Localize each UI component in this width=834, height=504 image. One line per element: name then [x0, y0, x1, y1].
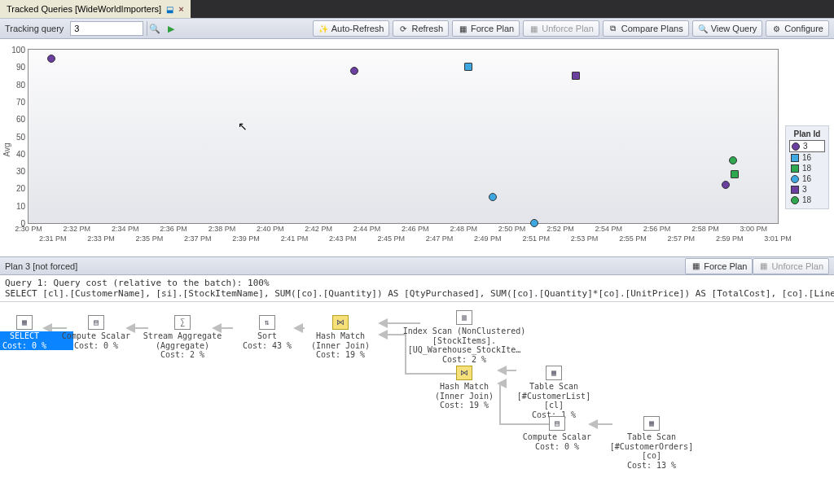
y-tick: 60 [7, 115, 29, 124]
hash-icon: ⋈ [456, 366, 472, 380]
legend-item[interactable]: 18 [789, 195, 825, 205]
x-tick: 2:50 PM [498, 225, 526, 233]
aggregate-icon: ∑ [174, 315, 191, 330]
y-tick: 30 [7, 167, 29, 176]
sort-icon: ⇅ [259, 315, 275, 330]
data-point[interactable] [729, 156, 737, 164]
data-point[interactable] [530, 219, 538, 227]
data-point[interactable] [572, 72, 580, 80]
data-point[interactable] [464, 63, 472, 71]
legend: Plan Id 3161816318 [785, 125, 829, 209]
plan-node-index-scan[interactable]: ▥ Index Scan (NonClustered) [StockItems]… [399, 310, 529, 364]
unforce-icon: ▦ [529, 24, 538, 33]
chart-area: Avg 01020304050607080901002:30 PM2:32 PM… [0, 39, 834, 257]
compare-plans-button[interactable]: ⧉Compare Plans [603, 20, 689, 37]
legend-swatch [791, 175, 799, 183]
configure-button[interactable]: ⚙Configure [766, 20, 829, 37]
x-tick: 2:51 PM [522, 234, 550, 243]
search-icon[interactable]: 🔍 [147, 21, 161, 36]
legend-item[interactable]: 3 [789, 184, 825, 195]
x-tick: 2:56 PM [643, 225, 671, 233]
plan-node-hash-match-2[interactable]: ⋈ Hash Match (Inner Join) Cost: 19 % [415, 366, 513, 410]
compute-icon: ▤ [88, 315, 104, 330]
legend-swatch [792, 142, 800, 151]
plan-node-hash-match[interactable]: ⋈ Hash Match (Inner Join) Cost: 19 % [292, 315, 389, 360]
legend-swatch [791, 196, 799, 204]
x-tick: 2:34 PM [112, 225, 139, 233]
legend-item[interactable]: 3 [789, 140, 825, 152]
legend-item[interactable]: 16 [789, 152, 825, 163]
plan-node-stream-aggregate[interactable]: ∑ Stream Aggregate (Aggregate) Cost: 2 % [134, 315, 231, 360]
x-tick: 2:35 PM [136, 234, 164, 243]
plan-node-compute-scalar-2[interactable]: ▤ Compute Scalar Cost: 0 % [508, 416, 606, 451]
compare-icon: ⧉ [608, 24, 618, 33]
legend-title: Plan Id [789, 129, 825, 138]
legend-item[interactable]: 18 [789, 163, 825, 173]
x-tick: 2:57 PM [668, 234, 696, 243]
x-tick: 2:32 PM [64, 225, 91, 233]
y-tick: 40 [7, 149, 29, 158]
top-toolbar: Tracking query 🔍 ▶ ✨Auto-Refresh ⟳Refres… [0, 18, 834, 39]
play-icon[interactable]: ▶ [168, 24, 174, 34]
data-point[interactable] [350, 67, 358, 75]
refresh-icon: ⟳ [398, 24, 408, 33]
x-tick: 2:30 PM [15, 225, 42, 233]
x-tick: 2:40 PM [257, 225, 284, 233]
x-tick: 2:36 PM [160, 225, 187, 233]
view-query-button[interactable]: 🔍View Query [692, 20, 763, 37]
data-point[interactable] [731, 170, 739, 178]
tracking-label: Tracking query [5, 24, 64, 33]
unforce-plan-button-2[interactable]: ▦Unforce Plan [753, 258, 829, 274]
x-tick: 3:00 PM [740, 225, 768, 233]
execution-plan[interactable]: ▦ SELECT Cost: 0 % ▤ Compute Scalar Cost… [0, 302, 834, 504]
x-tick: 2:44 PM [353, 225, 381, 233]
x-tick: 2:47 PM [426, 234, 454, 243]
x-tick: 2:58 PM [691, 225, 719, 233]
query-sql-line: SELECT [cl].[CustomerName], [si].[StockI… [5, 288, 829, 299]
view-icon: 🔍 [698, 24, 708, 33]
y-tick: 100 [7, 46, 29, 55]
gear-icon: ⚙ [771, 24, 781, 33]
y-tick: 10 [7, 201, 29, 210]
query-text: Query 1: Query cost (relative to the bat… [0, 275, 834, 302]
y-tick: 70 [7, 97, 29, 106]
x-tick: 2:42 PM [305, 225, 332, 233]
plan-node-table-scan-cl[interactable]: ▦ Table Scan [#CustomerList] [cl] Cost: … [505, 366, 603, 419]
index-scan-icon: ▥ [456, 310, 472, 325]
query-cost-line: Query 1: Query cost (relative to the bat… [5, 278, 829, 288]
data-point[interactable] [47, 55, 55, 63]
x-tick: 3:01 PM [764, 234, 792, 243]
plan-header-bar: Plan 3 [not forced] ▦Force Plan ▦Unforce… [0, 257, 834, 275]
x-tick: 2:41 PM [281, 234, 309, 243]
document-tab[interactable]: Tracked Queries [WideWorldImporters] ⬓ × [0, 0, 191, 18]
scatter-plot[interactable]: 01020304050607080901002:30 PM2:32 PM2:34… [28, 49, 779, 224]
y-tick: 80 [7, 80, 29, 89]
y-tick: 20 [7, 184, 29, 193]
force-plan-button-2[interactable]: ▦Force Plan [685, 258, 753, 274]
legend-item[interactable]: 16 [789, 173, 825, 184]
refresh-button[interactable]: ⟳Refresh [393, 20, 449, 37]
unforce-icon: ▦ [758, 261, 768, 271]
unforce-plan-button[interactable]: ▦Unforce Plan [523, 20, 599, 37]
wand-icon: ✨ [318, 24, 328, 33]
legend-swatch [791, 154, 799, 162]
legend-swatch [791, 186, 799, 194]
x-tick: 2:54 PM [595, 225, 622, 233]
data-point[interactable] [489, 193, 497, 201]
force-icon: ▦ [458, 24, 467, 33]
x-tick: 2:31 PM [39, 234, 67, 243]
x-tick: 2:37 PM [184, 234, 212, 243]
auto-refresh-button[interactable]: ✨Auto-Refresh [313, 20, 390, 37]
x-tick: 2:53 PM [571, 234, 599, 243]
close-icon[interactable]: × [178, 4, 183, 14]
query-id-input[interactable] [70, 21, 143, 36]
data-point[interactable] [722, 181, 730, 189]
plan-node-compute-scalar[interactable]: ▤ Compute Scalar Cost: 0 % [47, 315, 145, 350]
table-scan-icon: ▦ [546, 366, 562, 380]
pin-icon[interactable]: ⬓ [166, 5, 173, 14]
force-plan-button[interactable]: ▦Force Plan [452, 20, 520, 37]
tab-bar: Tracked Queries [WideWorldImporters] ⬓ × [0, 0, 834, 18]
x-tick: 2:48 PM [450, 225, 477, 233]
x-tick: 2:55 PM [619, 234, 647, 243]
plan-node-table-scan-co[interactable]: ▦ Table Scan [#CustomerOrders] [co] Cost… [603, 416, 700, 470]
